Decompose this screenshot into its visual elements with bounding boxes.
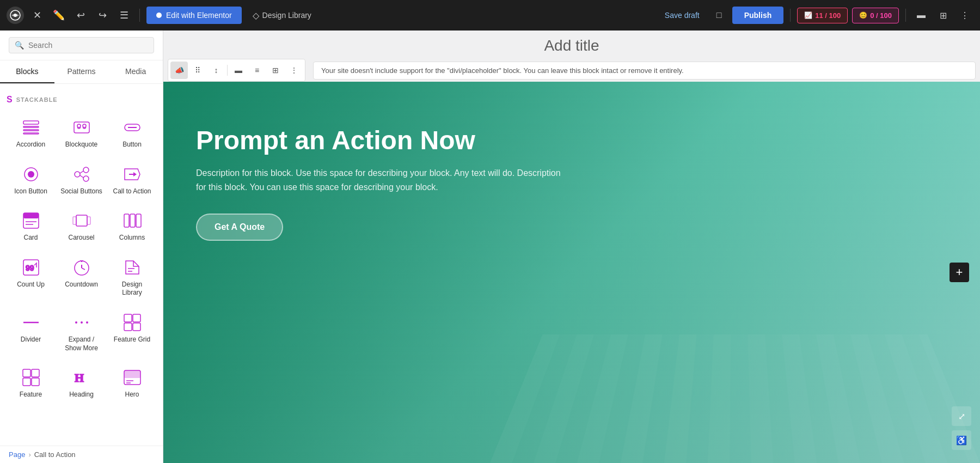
search-input-wrap: 🔍 (9, 37, 154, 53)
save-draft-button[interactable]: Save draft (658, 7, 706, 24)
svg-rect-28 (130, 214, 135, 227)
search-bar: 🔍 (0, 31, 163, 60)
block-item-hero[interactable]: Hero (108, 361, 156, 406)
countdown-icon (72, 258, 91, 277)
hero-content: Prompt an Action Now Description for thi… (163, 82, 599, 263)
warning-message: Your site doesn't include support for th… (321, 66, 684, 75)
call-to-action-icon (122, 165, 142, 184)
expand-show-more-icon (72, 313, 91, 332)
toolbar-divider-1 (227, 65, 228, 76)
seo-score-badge[interactable]: 📈 11 / 100 (797, 8, 848, 23)
block-item-social-buttons[interactable]: Social Buttons (57, 158, 106, 203)
page-title-input[interactable] (163, 37, 980, 54)
svg-rect-48 (23, 369, 30, 377)
block-item-accordion[interactable]: Accordion (7, 111, 55, 156)
svg-point-12 (28, 171, 34, 178)
svg-text:H: H (75, 371, 84, 385)
more-options-icon[interactable]: ⋮ (956, 7, 973, 24)
preview-icon[interactable]: □ (710, 7, 728, 24)
svg-rect-3 (23, 126, 39, 127)
hero-description: Description for this block. Use this spa… (196, 166, 566, 194)
section-stackable: S STACKABLE (7, 95, 156, 105)
hero-cta-button[interactable]: Get A Quote (196, 214, 283, 241)
layout-icon[interactable]: ▬ (912, 7, 930, 24)
toolbar-drag-btn[interactable]: ⠿ (189, 62, 206, 79)
hero-section: Prompt an Action Now Description for thi… (163, 82, 980, 463)
sketch-icon: ◇ (253, 10, 259, 21)
top-bar: ✕ ✏️ ↩ ↪ ☰ Edit with Elementor ◇ Design … (0, 0, 980, 31)
grid-icon[interactable]: ⊞ (934, 7, 952, 24)
elementor-dot (156, 13, 162, 18)
svg-line-17 (80, 175, 83, 178)
svg-rect-46 (124, 323, 132, 331)
svg-rect-44 (124, 314, 132, 322)
block-item-columns[interactable]: Columns (108, 204, 156, 249)
tab-blocks[interactable]: Blocks (0, 60, 54, 83)
tabs: Blocks Patterns Media (0, 60, 163, 84)
block-item-heading[interactable]: H Heading (57, 361, 106, 406)
block-item-call-to-action[interactable]: Call to Action (108, 158, 156, 203)
side-accessibility-icon[interactable]: ♿ (952, 430, 971, 450)
breadcrumb-page[interactable]: Page (9, 450, 25, 459)
divider-2 (790, 9, 791, 22)
design-library-button[interactable]: ◇ Design Library (246, 6, 318, 25)
design-library-label: Design Library (262, 11, 311, 20)
readability-score-badge[interactable]: 😊 0 / 100 (852, 8, 899, 23)
heading-icon: H (72, 368, 91, 387)
block-item-feature-grid[interactable]: Feature Grid (108, 306, 156, 359)
svg-line-37 (82, 268, 85, 270)
wordpress-logo[interactable] (7, 7, 24, 24)
columns-label: Columns (119, 234, 145, 242)
hero-label: Hero (125, 391, 139, 399)
add-block-button[interactable]: + (950, 263, 969, 282)
list-icon[interactable]: ☰ (115, 7, 133, 24)
block-item-design-library[interactable]: Design Library (108, 251, 156, 304)
close-icon[interactable]: ✕ (28, 7, 46, 24)
svg-point-1 (14, 14, 17, 17)
canvas: 📣 ⠿ ↕ ▬ ≡ ⊞ ⋮ Your site doesn't include … (163, 31, 980, 463)
search-input[interactable] (28, 41, 148, 50)
toolbar-block-type-btn[interactable]: 📣 (170, 62, 188, 79)
warning-banner: Your site doesn't include support for th… (313, 62, 976, 80)
block-item-divider[interactable]: Divider (7, 306, 55, 359)
svg-rect-25 (73, 217, 76, 224)
blockquote-icon (72, 118, 91, 137)
block-item-button[interactable]: Button (108, 111, 156, 156)
svg-rect-5 (23, 133, 39, 134)
edit-with-elementor-button[interactable]: Edit with Elementor (146, 7, 242, 24)
block-item-feature[interactable]: Feature (7, 361, 55, 406)
hero-title: Prompt an Action Now (196, 125, 566, 155)
tab-patterns[interactable]: Patterns (54, 60, 109, 83)
svg-point-41 (75, 321, 77, 324)
svg-point-13 (75, 172, 80, 177)
countdown-label: Countdown (65, 281, 98, 289)
block-item-count-up[interactable]: 99 Count Up (7, 251, 55, 304)
svg-point-14 (83, 167, 89, 173)
toolbar-move-btn[interactable]: ↕ (207, 62, 225, 79)
toolbar-align-left-btn[interactable]: ▬ (230, 62, 247, 79)
tab-media[interactable]: Media (108, 60, 163, 83)
block-item-carousel[interactable]: Carousel (57, 204, 106, 249)
accordion-icon (21, 118, 41, 137)
block-item-icon-button[interactable]: Icon Button (7, 158, 55, 203)
edit-elementor-label: Edit with Elementor (166, 11, 232, 20)
toolbar-align-center-btn[interactable]: ≡ (248, 62, 266, 79)
block-item-card[interactable]: Card (7, 204, 55, 249)
block-item-countdown[interactable]: Countdown (57, 251, 106, 304)
social-buttons-icon (72, 165, 91, 184)
block-item-expand-show-more[interactable]: Expand / Show More (57, 306, 106, 359)
svg-rect-2 (23, 121, 39, 124)
publish-button[interactable]: Publish (732, 7, 784, 24)
divider-1 (139, 9, 140, 22)
hero-icon (122, 368, 142, 387)
divider-3 (905, 9, 906, 22)
toolbar-layout-btn[interactable]: ⊞ (267, 62, 284, 79)
redo-icon[interactable]: ↪ (94, 7, 111, 24)
toolbar-more-btn[interactable]: ⋮ (285, 62, 303, 79)
card-label: Card (23, 234, 38, 242)
block-item-blockquote[interactable]: Blockquote (57, 111, 106, 156)
undo-icon[interactable]: ↩ (72, 7, 89, 24)
side-expand-icon[interactable]: ⤢ (952, 406, 971, 426)
brush-icon[interactable]: ✏️ (50, 7, 68, 24)
design-library-block-icon (122, 258, 142, 277)
